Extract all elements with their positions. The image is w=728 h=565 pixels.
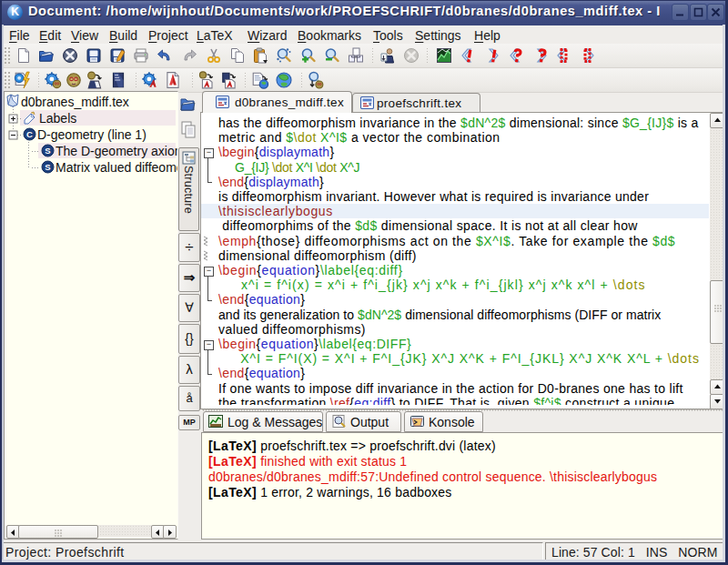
svg-text:S: S	[45, 162, 50, 172]
svg-text:S: S	[45, 146, 50, 156]
svg-text:C: C	[26, 129, 33, 139]
